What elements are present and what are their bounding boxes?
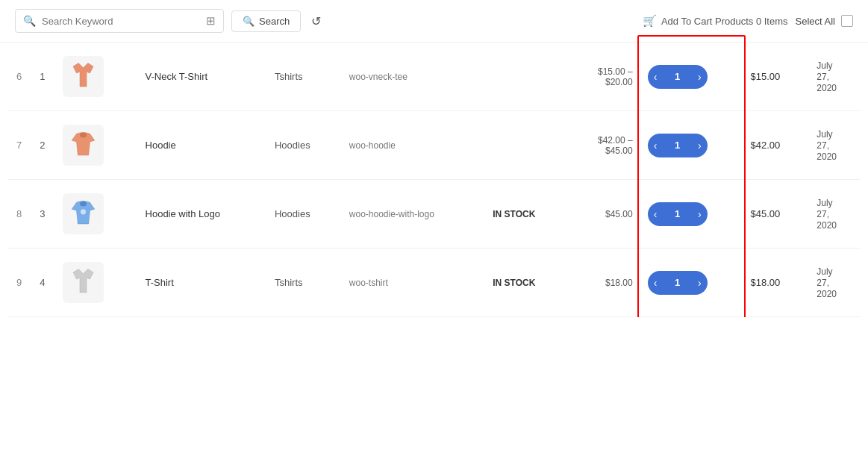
qty-value: 1 xyxy=(672,277,684,288)
cart-label: Add To Cart Products 0 Items xyxy=(661,16,788,27)
product-thumbnail-cell xyxy=(54,43,136,111)
price-range: $15.00 – $20.00 xyxy=(577,66,633,87)
product-name: T-Shirt xyxy=(146,277,174,288)
stock-cell: IN STOCK xyxy=(484,180,568,249)
product-name-cell: T-Shirt xyxy=(137,249,266,317)
qty-stepper-cell: ‹ 1 › xyxy=(642,43,742,111)
table-row: 9 4 T-Shirt Tshirts woo-tshirt IN STOCK xyxy=(7,249,861,317)
unit-price-cell: $15.00 xyxy=(741,43,808,111)
select-all-label: Select All xyxy=(796,16,835,27)
row-number: 8 xyxy=(7,180,31,249)
product-name: Hoodie with Logo xyxy=(146,208,220,219)
unit-price-cell: $42.00 xyxy=(741,111,808,180)
unit-price-cell: $45.00 xyxy=(741,180,808,249)
qty-increment-button[interactable]: › xyxy=(696,209,703,219)
product-name-cell: Hoodie with Logo xyxy=(137,180,266,249)
filter-icon[interactable]: ⊞ xyxy=(206,14,216,28)
sku-cell: woo-vneck-tee xyxy=(340,43,484,111)
qty-decrement-button[interactable]: ‹ xyxy=(652,209,659,219)
unit-price-cell: $18.00 xyxy=(741,249,808,317)
search-btn-icon: 🔍 xyxy=(243,16,255,27)
stock-status: IN STOCK xyxy=(493,209,535,219)
row-number: 9 xyxy=(7,249,31,317)
unit-price: $15.00 xyxy=(750,71,780,82)
product-category: Hoodies xyxy=(275,208,310,219)
price-range-cell: $18.00 xyxy=(568,249,642,317)
row-index: 2 xyxy=(31,111,54,180)
price-range: $42.00 – $45.00 xyxy=(577,135,633,156)
product-thumbnail xyxy=(63,125,104,166)
select-all-checkbox[interactable] xyxy=(841,15,853,27)
product-name-cell: V-Neck T-Shirt xyxy=(137,43,266,111)
svg-marker-4 xyxy=(73,269,93,293)
category-cell: Hoodies xyxy=(266,180,340,249)
date-cell: July27,2020 xyxy=(808,180,861,249)
date-cell: July27,2020 xyxy=(808,43,861,111)
date-cell: July27,2020 xyxy=(808,111,861,180)
qty-decrement-button[interactable]: ‹ xyxy=(652,72,659,82)
product-name: V-Neck T-Shirt xyxy=(146,71,208,82)
product-thumbnail-cell xyxy=(54,111,136,180)
product-thumbnail-cell xyxy=(54,180,136,249)
search-btn-label: Search xyxy=(259,16,290,27)
qty-stepper: ‹ 1 › xyxy=(648,202,708,226)
row-index: 4 xyxy=(31,249,54,317)
product-thumbnail xyxy=(63,193,104,234)
qty-stepper: ‹ 1 › xyxy=(648,271,708,295)
stock-cell xyxy=(484,43,568,111)
product-category: Hoodies xyxy=(275,140,310,151)
qty-value: 1 xyxy=(672,208,684,219)
product-thumbnail xyxy=(63,56,104,97)
category-cell: Tshirts xyxy=(266,43,340,111)
product-category: Tshirts xyxy=(275,277,303,288)
row-index: 1 xyxy=(31,43,54,111)
stock-status: IN STOCK xyxy=(493,278,535,288)
search-box: 🔍 ⊞ xyxy=(15,9,224,33)
unit-price: $42.00 xyxy=(750,140,780,151)
product-sku: woo-hoodie xyxy=(349,140,396,151)
unit-price: $18.00 xyxy=(750,277,780,288)
row-number: 7 xyxy=(7,111,31,180)
qty-stepper-cell: ‹ 1 › xyxy=(642,180,742,249)
stock-cell xyxy=(484,111,568,180)
product-sku: woo-tshirt xyxy=(349,278,388,288)
qty-decrement-button[interactable]: ‹ xyxy=(652,278,659,288)
row-index: 3 xyxy=(31,180,54,249)
product-name-cell: Hoodie xyxy=(137,111,266,180)
qty-decrement-button[interactable]: ‹ xyxy=(652,140,659,151)
row-number: 6 xyxy=(7,43,31,111)
cart-icon: 🛒 xyxy=(643,14,657,28)
qty-stepper-cell: ‹ 1 › xyxy=(642,249,742,317)
refresh-button[interactable]: ↺ xyxy=(308,11,324,31)
top-bar: 🔍 ⊞ 🔍 Search ↺ 🛒 Add To Cart Products 0 … xyxy=(0,0,868,43)
cart-area: 🛒 Add To Cart Products 0 Items xyxy=(643,14,788,28)
product-sku: woo-hoodie-with-logo xyxy=(349,209,434,219)
product-name: Hoodie xyxy=(146,140,176,151)
price-range: $18.00 xyxy=(577,278,633,288)
qty-increment-button[interactable]: › xyxy=(696,140,703,151)
product-date: July27,2020 xyxy=(817,129,837,162)
svg-point-3 xyxy=(81,209,86,214)
product-category: Tshirts xyxy=(275,71,303,82)
product-thumbnail xyxy=(63,262,104,303)
stock-cell: IN STOCK xyxy=(484,249,568,317)
price-range: $45.00 xyxy=(577,209,633,219)
qty-increment-button[interactable]: › xyxy=(696,278,703,288)
product-thumbnail-cell xyxy=(54,249,136,317)
qty-increment-button[interactable]: › xyxy=(696,72,703,82)
product-date: July27,2020 xyxy=(817,60,837,93)
qty-value: 1 xyxy=(672,71,684,82)
category-cell: Tshirts xyxy=(266,249,340,317)
select-all-area: Select All xyxy=(796,15,853,27)
sku-cell: woo-tshirt xyxy=(340,249,484,317)
category-cell: Hoodies xyxy=(266,111,340,180)
product-table-wrap: 6 1 V-Neck T-Shirt Tshirts woo-vneck-tee xyxy=(0,43,868,317)
date-cell: July27,2020 xyxy=(808,249,861,317)
search-button[interactable]: 🔍 Search xyxy=(231,10,301,32)
product-table: 6 1 V-Neck T-Shirt Tshirts woo-vneck-tee xyxy=(7,43,861,317)
svg-point-2 xyxy=(80,201,87,206)
sku-cell: woo-hoodie xyxy=(340,111,484,180)
qty-stepper: ‹ 1 › xyxy=(648,134,708,157)
search-input[interactable] xyxy=(42,16,200,27)
product-date: July27,2020 xyxy=(817,266,837,299)
